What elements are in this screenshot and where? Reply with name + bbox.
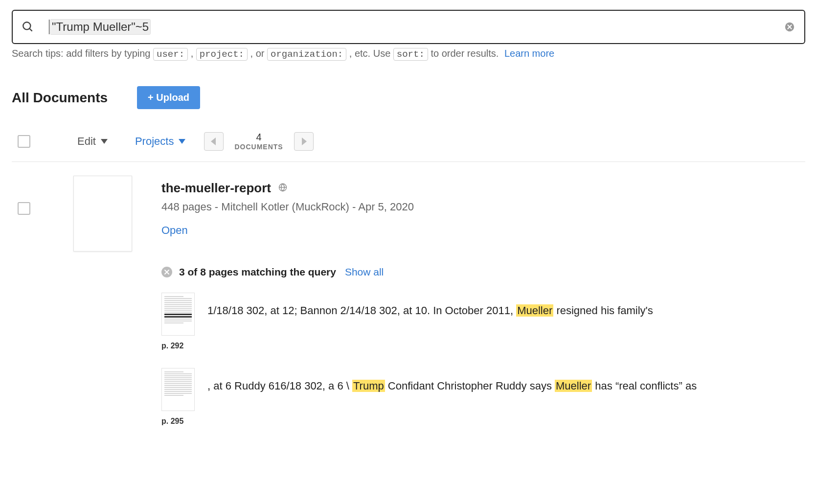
snippet-list: p. 292 1/18/18 302, at 12; Bannon 2/14/1… <box>161 293 805 426</box>
svg-line-1 <box>29 28 32 31</box>
document-title[interactable]: the-mueller-report <box>161 181 271 196</box>
search-icon <box>22 21 34 33</box>
match-summary-text: 3 of 8 pages matching the query <box>179 266 336 278</box>
tips-filter-user: user: <box>153 48 188 61</box>
snippet-mid: Confidant Christopher Ruddy says <box>385 380 555 392</box>
tips-sep: , etc. Use <box>349 48 393 59</box>
snippet-thumbnail[interactable] <box>161 368 195 411</box>
tips-prefix: Search tips: add filters by typing <box>12 48 153 59</box>
tips-suffix: to order results. <box>431 48 501 59</box>
snippet-text: , at 6 Ruddy 616/18 302, a 6 \ Trump Con… <box>207 379 697 394</box>
doc-count-label: DOCUMENTS <box>234 143 283 151</box>
pager-prev-button[interactable] <box>204 132 224 151</box>
search-query-chip: "Trump Mueller"~5 <box>50 19 151 35</box>
tips-filter-organization: organization: <box>267 48 346 61</box>
snippet-post: has “real conflicts” as <box>592 380 697 392</box>
search-tips: Search tips: add filters by typing user:… <box>12 48 805 60</box>
document-thumbnail[interactable] <box>73 176 132 252</box>
result-meta: the-mueller-report 448 pages - Mitchell … <box>161 176 805 443</box>
tips-sep: , or <box>250 48 267 59</box>
select-all-checkbox[interactable] <box>18 135 30 148</box>
upload-button[interactable]: + Upload <box>137 86 200 109</box>
tips-filter-project: project: <box>196 48 248 61</box>
pager-next-button[interactable] <box>294 132 314 151</box>
snippet-pre: 1/18/18 302, at 12; Bannon 2/14/18 302, … <box>207 304 516 317</box>
search-bar[interactable]: "Trump Mueller"~5 <box>12 10 805 44</box>
show-all-link[interactable]: Show all <box>345 266 384 278</box>
dismiss-matches-button[interactable] <box>161 267 172 277</box>
pager: 4 DOCUMENTS <box>204 132 313 151</box>
snippet-mid: resigned his family's <box>553 304 653 317</box>
search-input[interactable]: "Trump Mueller"~5 <box>49 19 784 35</box>
result-row: the-mueller-report 448 pages - Mitchell … <box>12 174 805 443</box>
doc-count: 4 <box>234 132 283 143</box>
chevron-down-icon <box>179 139 185 144</box>
projects-label: Projects <box>135 135 174 148</box>
learn-more-link[interactable]: Learn more <box>504 48 554 59</box>
edit-label: Edit <box>77 135 96 148</box>
globe-icon <box>278 183 288 194</box>
snippet-text: 1/18/18 302, at 12; Bannon 2/14/18 302, … <box>207 303 653 319</box>
close-icon <box>784 22 795 32</box>
chevron-down-icon <box>101 139 108 144</box>
snippet-item: p. 295 , at 6 Ruddy 616/18 302, a 6 \ Tr… <box>161 368 805 426</box>
close-icon <box>164 269 170 275</box>
page-header: All Documents + Upload <box>12 86 805 109</box>
triangle-left-icon <box>210 137 218 146</box>
highlight: Trump <box>352 380 385 392</box>
tips-sep: , <box>191 48 196 59</box>
open-link[interactable]: Open <box>161 224 188 237</box>
svg-marker-4 <box>302 137 307 145</box>
snippet-thumbnail[interactable] <box>161 293 195 336</box>
svg-point-0 <box>23 22 30 29</box>
text-cursor <box>49 20 49 34</box>
highlight: Mueller <box>555 380 592 392</box>
document-subtitle: 448 pages - Mitchell Kotler (MuckRock) -… <box>161 201 805 213</box>
result-checkbox[interactable] <box>18 202 30 215</box>
edit-dropdown[interactable]: Edit <box>77 135 108 148</box>
tips-filter-sort: sort: <box>393 48 428 61</box>
page-number: p. 295 <box>161 417 195 426</box>
snippet-pre: , at 6 Ruddy 616/18 302, a 6 \ <box>207 380 352 392</box>
page-number: p. 292 <box>161 342 195 350</box>
svg-marker-3 <box>211 137 216 145</box>
triangle-right-icon <box>300 137 308 146</box>
snippet-item: p. 292 1/18/18 302, at 12; Bannon 2/14/1… <box>161 293 805 350</box>
page-title: All Documents <box>12 90 108 106</box>
match-summary-row: 3 of 8 pages matching the query Show all <box>161 266 805 278</box>
clear-search-button[interactable] <box>784 21 795 33</box>
pager-count: 4 DOCUMENTS <box>234 132 283 151</box>
highlight: Mueller <box>516 304 553 317</box>
projects-dropdown[interactable]: Projects <box>135 135 185 148</box>
toolbar: Edit Projects 4 DOCUMENTS <box>12 132 805 162</box>
